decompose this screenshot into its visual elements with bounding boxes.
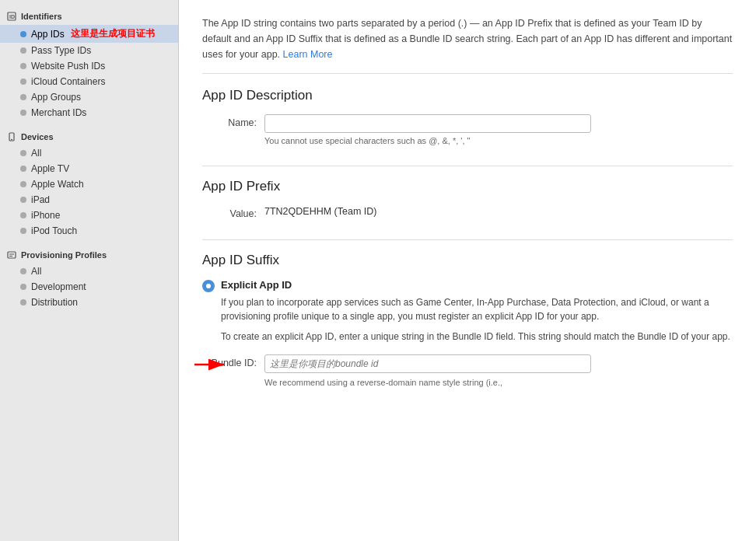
app-groups-dot [20, 94, 26, 100]
sidebar-item-app-groups-label: App Groups [31, 92, 81, 103]
explicit-app-id-option[interactable]: Explicit App ID If you plan to incorpora… [202, 279, 733, 344]
identifiers-icon: ID [6, 11, 17, 22]
sidebar-item-development-label: Development [31, 281, 86, 292]
intro-paragraph: The App ID string contains two parts sep… [202, 16, 733, 74]
sidebar-item-app-groups[interactable]: App Groups [0, 89, 178, 105]
sidebar-item-icloud-containers[interactable]: iCloud Containers [0, 74, 178, 89]
sidebar-item-pass-type-ids-label: Pass Type IDs [31, 45, 91, 56]
website-push-ids-dot [20, 63, 26, 69]
sidebar-item-apple-watch-label: Apple Watch [31, 179, 84, 190]
prefix-value: 7TN2QDEHHM (Team ID) [264, 203, 376, 217]
distribution-dot [20, 299, 26, 305]
explicit-radio-button[interactable] [202, 280, 215, 292]
sidebar-item-distribution-label: Distribution [31, 297, 78, 308]
annotation-text-1: 这里是生成项目证书 [71, 27, 155, 40]
all-devices-dot [20, 150, 26, 156]
bundle-id-input[interactable] [264, 354, 591, 373]
prefix-section-title: App ID Prefix [202, 179, 733, 194]
merchant-ids-dot [20, 110, 26, 116]
description-section-title: App ID Description [202, 88, 733, 103]
sidebar: ID Identifiers App IDs 这里是生成项目证书 Pass Ty… [0, 0, 179, 541]
svg-text:ID: ID [9, 14, 15, 19]
prefix-section: App ID Prefix Value: 7TN2QDEHHM (Team ID… [202, 179, 733, 240]
svg-rect-4 [8, 252, 16, 258]
prefix-row: Value: 7TN2QDEHHM (Team ID) [202, 205, 733, 219]
explicit-option-desc2: To create an explicit App ID, enter a un… [221, 330, 733, 344]
name-field-container: You cannot use special characters such a… [264, 114, 733, 145]
sidebar-item-ipad[interactable]: iPad [0, 192, 178, 208]
bundle-id-hint: We recommend using a reverse-domain name… [264, 378, 733, 387]
explicit-option-desc1: If you plan to incorporate app services … [221, 295, 733, 323]
sidebar-item-development[interactable]: Development [0, 279, 178, 295]
iphone-dot [20, 212, 26, 218]
sidebar-item-all-profiles[interactable]: All [0, 264, 178, 279]
sidebar-item-apple-tv[interactable]: Apple TV [0, 161, 178, 176]
sidebar-item-all-devices-label: All [31, 148, 41, 159]
bundle-id-field-container: We recommend using a reverse-domain name… [264, 354, 733, 387]
prefix-label: Value: [202, 205, 264, 219]
name-row: Name: You cannot use special characters … [202, 114, 733, 145]
provisioning-section-header: Provisioning Profiles [0, 245, 178, 264]
identifiers-label: Identifiers [21, 12, 62, 21]
sidebar-item-iphone-label: iPhone [31, 210, 60, 221]
pass-type-ids-dot [20, 47, 26, 54]
prefix-value-container: 7TN2QDEHHM (Team ID) [264, 205, 733, 217]
intro-text: The App ID string contains two parts sep… [202, 18, 732, 60]
provisioning-icon [6, 250, 17, 260]
sidebar-item-website-push-ids-label: Website Push IDs [31, 61, 105, 72]
sidebar-item-all-devices[interactable]: All [0, 145, 178, 161]
description-section: App ID Description Name: You cannot use … [202, 88, 733, 166]
learn-more-link[interactable]: Learn More [283, 49, 333, 60]
sidebar-item-apple-tv-label: Apple TV [31, 163, 69, 174]
sidebar-item-app-ids-label: App IDs [31, 29, 65, 40]
apple-watch-dot [20, 181, 26, 187]
all-profiles-dot [20, 268, 26, 274]
bundle-id-label: Bundle ID: [202, 354, 264, 368]
devices-label: Devices [21, 132, 54, 141]
sidebar-item-apple-watch[interactable]: Apple Watch [0, 176, 178, 192]
sidebar-item-app-ids[interactable]: App IDs 这里是生成项目证书 [0, 25, 178, 43]
development-dot [20, 284, 26, 290]
sidebar-item-ipod-touch-label: iPod Touch [31, 225, 77, 236]
suffix-section-title: App ID Suffix [202, 253, 733, 268]
name-input[interactable] [264, 114, 591, 133]
ipad-dot [20, 197, 26, 203]
icloud-containers-dot [20, 79, 26, 85]
sidebar-item-merchant-ids-label: Merchant IDs [31, 107, 86, 118]
devices-icon [6, 131, 17, 142]
explicit-option-title: Explicit App ID [221, 279, 733, 291]
provisioning-label: Provisioning Profiles [21, 250, 107, 260]
bundle-id-row: Bundle ID: We recommend using a reverse-… [202, 354, 733, 387]
sidebar-item-icloud-containers-label: iCloud Containers [31, 76, 105, 87]
explicit-option-content: Explicit App ID If you plan to incorpora… [221, 279, 733, 344]
apple-tv-dot [20, 166, 26, 172]
sidebar-item-pass-type-ids[interactable]: Pass Type IDs [0, 43, 178, 58]
app-ids-dot [20, 31, 26, 37]
sidebar-item-iphone[interactable]: iPhone [0, 208, 178, 223]
identifiers-section-header: ID Identifiers [0, 6, 178, 25]
ipod-touch-dot [20, 228, 26, 234]
sidebar-item-ipod-touch[interactable]: iPod Touch [0, 223, 178, 239]
sidebar-item-merchant-ids[interactable]: Merchant IDs [0, 105, 178, 120]
sidebar-item-ipad-label: iPad [31, 194, 50, 205]
devices-section-header: Devices [0, 127, 178, 145]
sidebar-item-website-push-ids[interactable]: Website Push IDs [0, 58, 178, 74]
suffix-section: App ID Suffix Explicit App ID If you pla… [202, 253, 733, 407]
sidebar-item-all-profiles-label: All [31, 266, 41, 277]
main-content: The App ID string contains two parts sep… [179, 0, 756, 541]
name-hint: You cannot use special characters such a… [264, 136, 733, 145]
name-label: Name: [202, 114, 264, 128]
sidebar-item-distribution[interactable]: Distribution [0, 295, 178, 310]
